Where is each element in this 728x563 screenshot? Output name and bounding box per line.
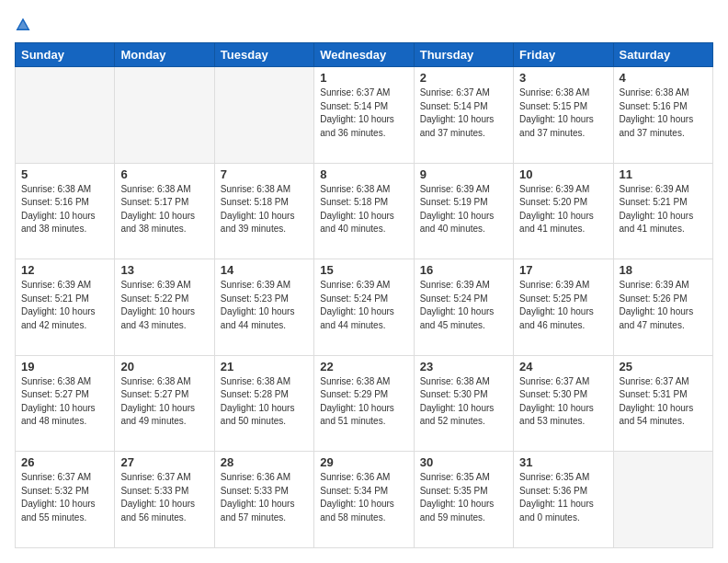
- day-info: Sunrise: 6:38 AM Sunset: 5:18 PM Dayligh…: [320, 183, 407, 236]
- day-number: 28: [221, 455, 308, 469]
- day-cell: 7Sunrise: 6:38 AM Sunset: 5:18 PM Daylig…: [214, 163, 313, 259]
- day-cell: 17Sunrise: 6:39 AM Sunset: 5:25 PM Dayli…: [514, 259, 613, 356]
- week-row-0: 1Sunrise: 6:37 AM Sunset: 5:14 PM Daylig…: [16, 67, 713, 164]
- day-number: 30: [420, 455, 507, 469]
- day-number: 10: [519, 167, 607, 181]
- calendar-body: 1Sunrise: 6:37 AM Sunset: 5:14 PM Daylig…: [16, 67, 713, 548]
- day-number: 17: [519, 263, 607, 277]
- day-cell: 22Sunrise: 6:38 AM Sunset: 5:29 PM Dayli…: [314, 355, 414, 452]
- day-cell: 15Sunrise: 6:39 AM Sunset: 5:24 PM Dayli…: [314, 259, 414, 356]
- header: [15, 15, 713, 33]
- day-number: 21: [221, 360, 308, 373]
- day-info: Sunrise: 6:37 AM Sunset: 5:32 PM Dayligh…: [21, 471, 108, 524]
- day-cell: 9Sunrise: 6:39 AM Sunset: 5:19 PM Daylig…: [414, 163, 513, 259]
- day-number: 27: [120, 455, 208, 469]
- weekday-tuesday: Tuesday: [214, 43, 313, 67]
- day-number: 1: [320, 71, 407, 85]
- day-cell: 14Sunrise: 6:39 AM Sunset: 5:23 PM Dayli…: [214, 259, 313, 356]
- day-cell: 25Sunrise: 6:37 AM Sunset: 5:31 PM Dayli…: [613, 355, 712, 452]
- weekday-wednesday: Wednesday: [314, 43, 414, 67]
- day-info: Sunrise: 6:39 AM Sunset: 5:21 PM Dayligh…: [620, 183, 707, 236]
- day-cell: 11Sunrise: 6:39 AM Sunset: 5:21 PM Dayli…: [613, 163, 712, 259]
- day-cell: 29Sunrise: 6:36 AM Sunset: 5:34 PM Dayli…: [314, 452, 414, 548]
- day-info: Sunrise: 6:38 AM Sunset: 5:27 PM Dayligh…: [120, 375, 208, 429]
- day-cell: 20Sunrise: 6:38 AM Sunset: 5:27 PM Dayli…: [115, 355, 214, 452]
- day-cell: [613, 452, 712, 548]
- day-info: Sunrise: 6:37 AM Sunset: 5:31 PM Dayligh…: [620, 375, 707, 429]
- day-cell: 28Sunrise: 6:36 AM Sunset: 5:33 PM Dayli…: [214, 452, 313, 548]
- day-info: Sunrise: 6:38 AM Sunset: 5:18 PM Dayligh…: [221, 183, 308, 236]
- day-number: 9: [420, 167, 507, 181]
- day-cell: 6Sunrise: 6:38 AM Sunset: 5:17 PM Daylig…: [115, 163, 214, 259]
- day-info: Sunrise: 6:37 AM Sunset: 5:33 PM Dayligh…: [120, 471, 208, 524]
- day-number: 8: [320, 167, 407, 181]
- day-info: Sunrise: 6:38 AM Sunset: 5:16 PM Dayligh…: [620, 86, 707, 140]
- day-number: 19: [21, 360, 108, 373]
- day-info: Sunrise: 6:35 AM Sunset: 5:35 PM Dayligh…: [420, 471, 507, 524]
- day-cell: [115, 67, 214, 164]
- logo-icon: [15, 17, 31, 33]
- day-info: Sunrise: 6:39 AM Sunset: 5:24 PM Dayligh…: [420, 279, 507, 332]
- day-info: Sunrise: 6:39 AM Sunset: 5:22 PM Dayligh…: [120, 279, 208, 332]
- day-number: 29: [320, 455, 407, 469]
- day-info: Sunrise: 6:38 AM Sunset: 5:15 PM Dayligh…: [519, 86, 607, 140]
- day-info: Sunrise: 6:39 AM Sunset: 5:20 PM Dayligh…: [519, 183, 607, 236]
- day-cell: 5Sunrise: 6:38 AM Sunset: 5:16 PM Daylig…: [16, 163, 115, 259]
- day-cell: 18Sunrise: 6:39 AM Sunset: 5:26 PM Dayli…: [613, 259, 712, 356]
- day-info: Sunrise: 6:39 AM Sunset: 5:24 PM Dayligh…: [320, 279, 407, 332]
- day-info: Sunrise: 6:39 AM Sunset: 5:25 PM Dayligh…: [519, 279, 607, 332]
- day-number: 5: [21, 167, 108, 181]
- day-info: Sunrise: 6:37 AM Sunset: 5:30 PM Dayligh…: [519, 375, 607, 429]
- day-number: 2: [420, 71, 507, 85]
- logo: [15, 15, 35, 33]
- day-info: Sunrise: 6:39 AM Sunset: 5:19 PM Dayligh…: [420, 183, 507, 236]
- weekday-thursday: Thursday: [414, 43, 513, 67]
- weekday-friday: Friday: [514, 43, 613, 67]
- day-number: 4: [620, 71, 707, 85]
- week-row-1: 5Sunrise: 6:38 AM Sunset: 5:16 PM Daylig…: [16, 163, 713, 259]
- day-number: 15: [320, 263, 407, 277]
- day-number: 25: [620, 360, 707, 373]
- day-info: Sunrise: 6:39 AM Sunset: 5:23 PM Dayligh…: [221, 279, 308, 332]
- day-info: Sunrise: 6:38 AM Sunset: 5:17 PM Dayligh…: [120, 183, 208, 236]
- day-cell: 1Sunrise: 6:37 AM Sunset: 5:14 PM Daylig…: [314, 67, 414, 164]
- day-info: Sunrise: 6:38 AM Sunset: 5:30 PM Dayligh…: [420, 375, 507, 429]
- day-cell: 27Sunrise: 6:37 AM Sunset: 5:33 PM Dayli…: [115, 452, 214, 548]
- day-number: 31: [519, 455, 607, 469]
- day-cell: 19Sunrise: 6:38 AM Sunset: 5:27 PM Dayli…: [16, 355, 115, 452]
- day-info: Sunrise: 6:39 AM Sunset: 5:21 PM Dayligh…: [21, 279, 108, 332]
- week-row-3: 19Sunrise: 6:38 AM Sunset: 5:27 PM Dayli…: [16, 355, 713, 452]
- day-number: 13: [120, 263, 208, 277]
- day-cell: 31Sunrise: 6:35 AM Sunset: 5:36 PM Dayli…: [514, 452, 613, 548]
- day-info: Sunrise: 6:36 AM Sunset: 5:33 PM Dayligh…: [221, 471, 308, 524]
- day-number: 24: [519, 360, 607, 373]
- day-number: 20: [120, 360, 208, 373]
- day-cell: 30Sunrise: 6:35 AM Sunset: 5:35 PM Dayli…: [414, 452, 513, 548]
- day-cell: 12Sunrise: 6:39 AM Sunset: 5:21 PM Dayli…: [16, 259, 115, 356]
- day-number: 6: [120, 167, 208, 181]
- weekday-header-row: SundayMondayTuesdayWednesdayThursdayFrid…: [16, 43, 713, 67]
- weekday-saturday: Saturday: [613, 43, 712, 67]
- day-number: 16: [420, 263, 507, 277]
- day-cell: 23Sunrise: 6:38 AM Sunset: 5:30 PM Dayli…: [414, 355, 513, 452]
- day-cell: [214, 67, 313, 164]
- week-row-4: 26Sunrise: 6:37 AM Sunset: 5:32 PM Dayli…: [16, 452, 713, 548]
- day-info: Sunrise: 6:38 AM Sunset: 5:28 PM Dayligh…: [221, 375, 308, 429]
- day-cell: 16Sunrise: 6:39 AM Sunset: 5:24 PM Dayli…: [414, 259, 513, 356]
- day-cell: 24Sunrise: 6:37 AM Sunset: 5:30 PM Dayli…: [514, 355, 613, 452]
- day-cell: 10Sunrise: 6:39 AM Sunset: 5:20 PM Dayli…: [514, 163, 613, 259]
- day-number: 7: [221, 167, 308, 181]
- day-info: Sunrise: 6:35 AM Sunset: 5:36 PM Dayligh…: [519, 471, 607, 524]
- day-info: Sunrise: 6:38 AM Sunset: 5:16 PM Dayligh…: [21, 183, 108, 236]
- day-number: 12: [21, 263, 108, 277]
- day-cell: 2Sunrise: 6:37 AM Sunset: 5:14 PM Daylig…: [414, 67, 513, 164]
- day-info: Sunrise: 6:38 AM Sunset: 5:27 PM Dayligh…: [21, 375, 108, 429]
- day-number: 14: [221, 263, 308, 277]
- day-cell: 8Sunrise: 6:38 AM Sunset: 5:18 PM Daylig…: [314, 163, 414, 259]
- day-number: 23: [420, 360, 507, 373]
- day-number: 3: [519, 71, 607, 85]
- day-info: Sunrise: 6:38 AM Sunset: 5:29 PM Dayligh…: [320, 375, 407, 429]
- weekday-sunday: Sunday: [16, 43, 115, 67]
- day-info: Sunrise: 6:37 AM Sunset: 5:14 PM Dayligh…: [420, 86, 507, 140]
- weekday-monday: Monday: [115, 43, 214, 67]
